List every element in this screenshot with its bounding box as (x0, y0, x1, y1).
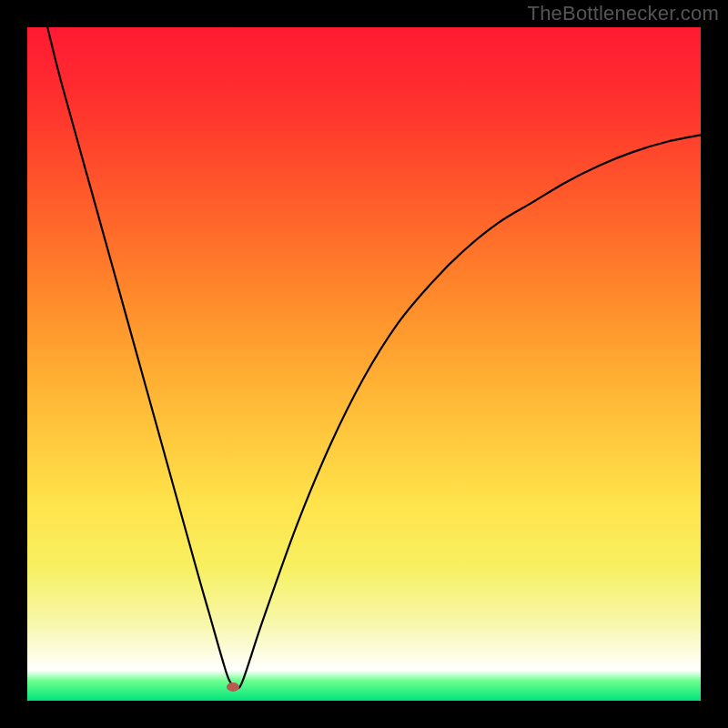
bottleneck-curve (27, 27, 701, 701)
attribution-label: TheBottlenecker.com (528, 2, 719, 25)
plot-area (27, 27, 701, 701)
optimal-point-marker (227, 682, 239, 692)
chart-frame: TheBottlenecker.com (0, 0, 728, 728)
